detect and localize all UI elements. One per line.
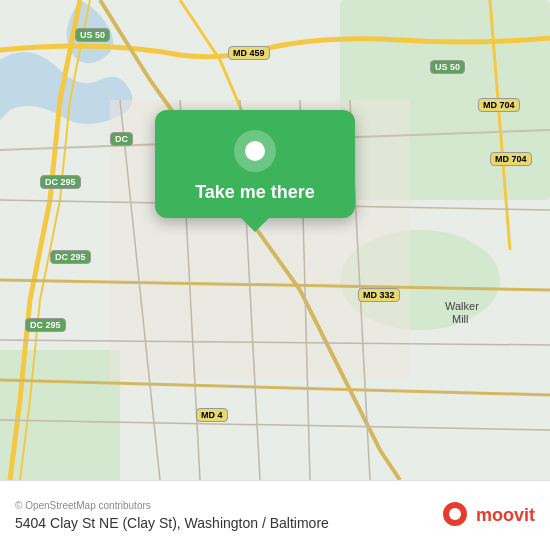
svg-text:Walker: Walker <box>445 300 479 312</box>
road-shield-md332: MD 332 <box>358 288 400 302</box>
road-shield-dc295-mid: DC 295 <box>50 250 91 264</box>
road-shield-us50-left: US 50 <box>75 28 110 42</box>
pin-inner <box>245 141 265 161</box>
moovit-text: moovit <box>476 505 535 526</box>
svg-point-20 <box>449 508 461 520</box>
svg-text:Mill: Mill <box>452 313 469 325</box>
address-text: 5404 Clay St NE (Clay St), Washington / … <box>15 515 329 531</box>
location-popup[interactable]: Take me there <box>155 110 355 218</box>
road-shield-dc295-top: DC 295 <box>40 175 81 189</box>
road-shield-us50-right: US 50 <box>430 60 465 74</box>
pin-icon <box>234 130 276 172</box>
map-container[interactable]: Walker Mill US 50 US 50 MD 459 MD 704 MD… <box>0 0 550 480</box>
take-me-there-button[interactable]: Take me there <box>195 182 315 203</box>
road-shield-md4: MD 4 <box>196 408 228 422</box>
footer: © OpenStreetMap contributors 5404 Clay S… <box>0 480 550 550</box>
road-shield-md704-mid: MD 704 <box>490 152 532 166</box>
moovit-icon <box>439 500 471 532</box>
road-shield-dc: DC <box>110 132 133 146</box>
map-background: Walker Mill <box>0 0 550 480</box>
road-shield-md459: MD 459 <box>228 46 270 60</box>
footer-info: © OpenStreetMap contributors 5404 Clay S… <box>15 500 329 531</box>
copyright-text: © OpenStreetMap contributors <box>15 500 329 511</box>
moovit-logo: moovit <box>439 500 535 532</box>
road-shield-md704-top: MD 704 <box>478 98 520 112</box>
road-shield-dc295-bot: DC 295 <box>25 318 66 332</box>
